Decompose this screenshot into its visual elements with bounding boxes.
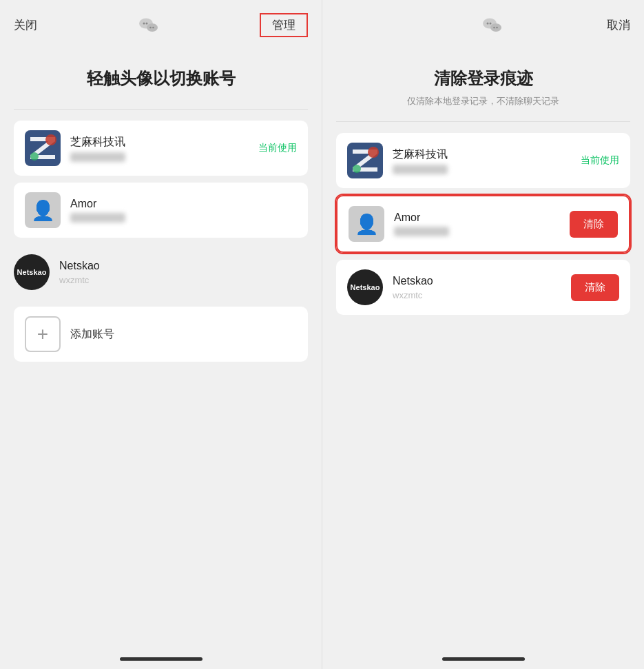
right-main-title: 清除登录痕迹: [336, 68, 630, 90]
account-card-zhima-right: 芝麻科技讯 当前使用: [336, 133, 630, 188]
account-card-amor-right: 👤 Amor 清除: [336, 195, 630, 253]
account-name-zhima-right: 芝麻科技讯: [393, 147, 571, 162]
wechat-icon-right: [477, 10, 508, 40]
account-id-amor-right: [394, 227, 449, 236]
svg-point-5: [149, 27, 152, 29]
account-card-zhima-left[interactable]: 芝麻科技讯 当前使用: [14, 121, 308, 176]
account-info-netskao-right: Netskao wxzmtc: [393, 275, 561, 300]
person-icon-amor-left: 👤: [31, 199, 55, 222]
account-card-netskao-right: Netskao Netskao wxzmtc 清除: [336, 260, 630, 315]
current-badge-zhima-right: 当前使用: [581, 154, 619, 167]
avatar-netskao-left: Netskao: [14, 254, 50, 290]
account-id-zhima-right: [393, 165, 448, 174]
account-id-amor-left: [70, 213, 125, 223]
right-top-bar: 取消: [322, 0, 644, 47]
left-bottom-indicator: [120, 657, 202, 661]
account-info-zhima-right: 芝麻科技讯: [393, 147, 571, 174]
person-icon-amor-right: 👤: [355, 213, 379, 236]
svg-point-18: [496, 27, 498, 29]
clear-button-netskao[interactable]: 清除: [571, 274, 619, 301]
account-name-zhima-left: 芝麻科技讯: [70, 135, 249, 150]
avatar-amor-left: 👤: [25, 192, 61, 228]
left-accounts-list: 芝麻科技讯 当前使用 👤 Amor Netskao Netskao wxzmtc: [0, 110, 322, 373]
svg-point-4: [145, 23, 147, 25]
account-name-netskao-left: Netskao: [59, 260, 308, 272]
svg-point-11: [30, 152, 39, 161]
left-top-bar: 关闭 管理: [0, 0, 322, 47]
svg-point-15: [486, 23, 488, 25]
right-subtitle: 仅清除本地登录记录，不清除聊天记录: [336, 95, 630, 107]
current-badge-zhima-left: 当前使用: [258, 142, 297, 154]
account-id-zhima-left: [70, 152, 125, 162]
svg-point-14: [490, 23, 501, 32]
right-title-section: 清除登录痕迹 仅清除本地登录记录，不清除聊天记录: [322, 47, 644, 121]
wechat-icon-left: [134, 10, 164, 40]
account-info-amor-right: Amor: [394, 212, 560, 236]
close-button[interactable]: 关闭: [14, 17, 37, 33]
add-label: 添加账号: [70, 327, 114, 342]
account-name-netskao-right: Netskao: [393, 275, 561, 287]
avatar-netskao-right: Netskao: [347, 269, 383, 305]
avatar-zhima-left: [25, 130, 61, 166]
left-header-center: [134, 10, 164, 40]
svg-point-10: [45, 134, 56, 145]
svg-point-16: [489, 23, 491, 25]
account-info-amor-left: Amor: [70, 198, 297, 223]
svg-point-3: [143, 23, 145, 25]
account-name-amor-left: Amor: [70, 198, 297, 210]
svg-point-2: [147, 23, 158, 32]
svg-point-6: [152, 27, 154, 29]
svg-point-17: [493, 27, 495, 29]
account-name-amor-right: Amor: [394, 212, 560, 224]
manage-button[interactable]: 管理: [260, 13, 308, 37]
right-panel: 取消 清除登录痕迹 仅清除本地登录记录，不清除聊天记录 芝麻科技讯: [322, 0, 644, 669]
cancel-button[interactable]: 取消: [607, 17, 630, 33]
add-icon: +: [25, 316, 61, 352]
account-card-netskao-left[interactable]: Netskao Netskao wxzmtc: [14, 245, 308, 300]
avatar-zhima-right: [347, 143, 383, 178]
right-bottom-indicator: [442, 657, 525, 661]
account-info-zhima-left: 芝麻科技讯: [70, 135, 249, 162]
account-card-amor-left[interactable]: 👤 Amor: [14, 183, 308, 238]
account-info-netskao-left: Netskao wxzmtc: [59, 260, 308, 285]
right-accounts-list: 芝麻科技讯 当前使用 👤 Amor 清除 Netskao Netskao wxz…: [322, 122, 644, 326]
right-header-center: [477, 10, 508, 40]
left-main-title: 轻触头像以切换账号: [14, 68, 308, 90]
svg-point-22: [368, 147, 379, 158]
account-id-netskao-left: wxzmtc: [59, 275, 308, 285]
left-panel: 关闭 管理 轻触头像以切换账号: [0, 0, 322, 669]
clear-button-amor[interactable]: 清除: [570, 211, 618, 238]
avatar-amor-right: 👤: [349, 206, 384, 242]
left-title-section: 轻触头像以切换账号: [0, 47, 322, 109]
add-account-card[interactable]: + 添加账号: [14, 307, 308, 362]
svg-point-23: [353, 165, 361, 173]
account-id-netskao-right: wxzmtc: [393, 290, 561, 300]
